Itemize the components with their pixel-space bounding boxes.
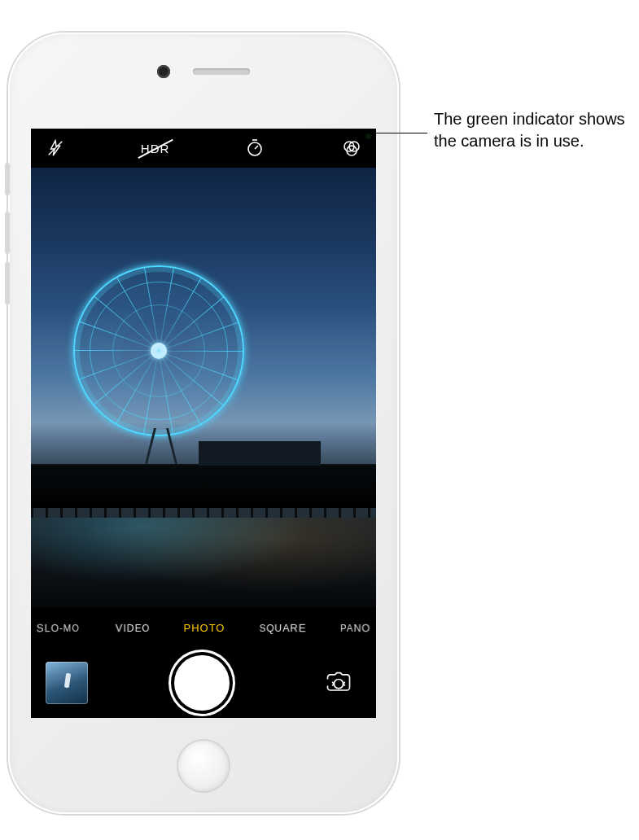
shutter-button[interactable] xyxy=(174,655,230,711)
filters-icon[interactable] xyxy=(339,135,365,161)
mode-video[interactable]: VIDEO xyxy=(115,621,150,633)
flip-camera-button[interactable] xyxy=(316,667,361,699)
device-top-sensors xyxy=(157,65,250,78)
mode-pano[interactable]: PANO xyxy=(340,621,370,634)
mode-square[interactable]: SQUARE xyxy=(260,621,307,634)
camera-top-toolbar: HDR xyxy=(31,129,376,168)
screen: HDR xyxy=(31,129,376,718)
front-camera-lens xyxy=(157,65,170,78)
ipod-touch-device: HDR xyxy=(8,33,399,814)
camera-viewfinder[interactable] xyxy=(31,168,376,607)
mode-photo[interactable]: PHOTO xyxy=(183,622,225,634)
side-button-lock xyxy=(5,163,10,195)
mode-slo-mo[interactable]: SLO-MO xyxy=(37,621,80,634)
callout-text: The green indicator shows the camera is … xyxy=(434,108,625,152)
callout-leader-line xyxy=(370,133,427,133)
timer-icon[interactable] xyxy=(242,135,268,161)
home-button[interactable] xyxy=(178,741,229,791)
side-button-volume-up xyxy=(5,212,10,254)
viewfinder-scene xyxy=(73,265,244,436)
earpiece-speaker xyxy=(193,68,250,75)
side-button-volume-down xyxy=(5,262,10,304)
svg-line-3 xyxy=(255,146,258,149)
flash-off-icon[interactable] xyxy=(42,135,68,161)
camera-mode-selector[interactable]: SLO-MO VIDEO PHOTO SQUARE PANO xyxy=(31,607,376,648)
hdr-off-button[interactable]: HDR xyxy=(139,142,172,155)
camera-bottom-toolbar xyxy=(31,648,376,718)
last-photo-thumbnail[interactable] xyxy=(46,662,88,704)
